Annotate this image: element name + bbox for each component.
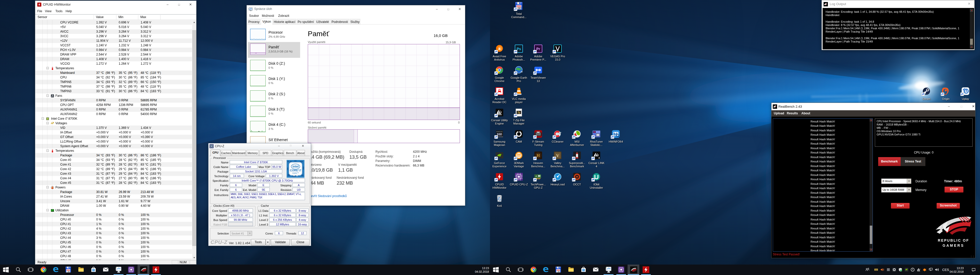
svg-text:SAMSUNG: SAMSUNG	[496, 131, 503, 133]
svg-text:V: V	[556, 153, 559, 158]
svg-text:64: 64	[519, 7, 520, 9]
svg-text:H: H	[537, 153, 540, 158]
svg-text:60: 60	[593, 131, 595, 133]
svg-text:64: 64	[68, 271, 69, 272]
svg-text:7z: 7z	[517, 111, 520, 114]
svg-text:CORE’i7: CORE’i7	[290, 169, 301, 172]
svg-text:intel: intel	[293, 165, 299, 168]
svg-text:Pr: Pr	[536, 47, 540, 51]
svg-text:a: a	[498, 47, 501, 51]
svg-text:4: 4	[598, 156, 600, 159]
svg-text:Ps: Ps	[517, 47, 521, 51]
svg-text:ro: ro	[520, 71, 523, 73]
svg-text:inside™: inside™	[292, 172, 299, 174]
svg-text:64: 64	[558, 271, 559, 272]
